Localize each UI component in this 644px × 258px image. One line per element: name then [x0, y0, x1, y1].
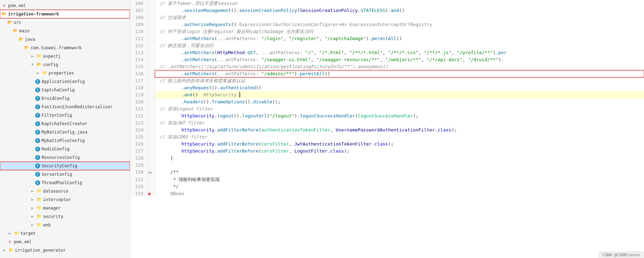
tree-item-config[interactable]: ▼ 📂 config [0, 60, 130, 69]
tree-label: properties [49, 70, 74, 77]
code-content[interactable]: .antMatchers(...antPatterns: "/admins/**… [155, 70, 644, 77]
tree-label: security [43, 213, 63, 220]
tree-item-pom-xml-bottom[interactable]: m pom.xml [0, 238, 130, 246]
code-content[interactable]: // 对于登录login 注册register 验证码captchaImage … [155, 28, 644, 35]
tree-item-properties[interactable]: ▶ 📁 properties [0, 69, 130, 77]
tree-item-pom-xml-top[interactable]: m pom.xml [0, 1, 130, 10]
code-content[interactable]: .authorizeRequests() ExpressionUrlAuthor… [155, 21, 644, 28]
folder-open-icon: 📂 [24, 45, 30, 51]
tree-item-interceptor[interactable]: ▶ 📁 interceptor [0, 195, 130, 204]
code-content[interactable]: // 过滤请求 [155, 14, 644, 21]
line-number: 114 [130, 56, 148, 63]
folder-icon: 📁 [42, 70, 48, 76]
tree-item-com-tuowei[interactable]: 📂 com.tuowei.framework [0, 44, 130, 52]
code-editor[interactable]: 106 // 基于Token，所以不需要session 107 .session… [130, 0, 644, 258]
code-content[interactable]: .headers().frameOptions().disable(); [155, 98, 644, 105]
code-content[interactable]: /** [155, 169, 644, 176]
tree-item-CaptchaConfig[interactable]: C CaptchaConfig [0, 86, 130, 94]
tree-item-DruidConfig[interactable]: C DruidConfig [0, 94, 130, 103]
code-line-123: 123 // 添加JWT filter [130, 120, 644, 127]
line-number: 122 [130, 112, 148, 120]
folder-open-icon: 📂 [18, 37, 24, 42]
tree-item-aspectj[interactable]: ▶ 📁 aspectj [0, 52, 130, 60]
code-content[interactable]: .sessionManagement().sessionCreationPoli… [155, 7, 644, 14]
gutter [148, 148, 155, 155]
tree-label: manager [43, 205, 61, 212]
code-content[interactable]: .antMatchers(...antPatterns: "/swagger-u… [155, 56, 644, 63]
code-table: 106 // 基于Token，所以不需要session 107 .session… [130, 0, 644, 197]
java-icon: C [35, 121, 40, 126]
java-icon: C [35, 163, 40, 168]
code-content[interactable]: * 强散列哈希加密实现 [155, 176, 644, 183]
tree-item-irrigation-generator[interactable]: ▶ 📁 irrigation_generator [0, 246, 130, 254]
tree-item-MyBatisConfig[interactable]: C MyBatisConfig.java [0, 128, 130, 136]
tree-label: main [19, 27, 30, 34]
code-content[interactable]: httpSecurity.addFilterBefore(authenticat… [155, 127, 644, 134]
tree-item-ResourcesConfig[interactable]: C ResourcesConfig [0, 153, 130, 162]
tree-label: java [25, 36, 35, 43]
code-content[interactable]: // 添加JWT filter [155, 120, 644, 127]
tree-item-ThreadPoolConfig[interactable]: C ThreadPoolConfig [0, 179, 130, 187]
tree-item-KaptchaTextCreator[interactable]: C KaptchaTextCreator [0, 120, 130, 128]
gutter [148, 70, 155, 77]
tree-item-MybatisPlusConfig[interactable]: C MybatisPlusConfig [0, 136, 130, 145]
code-content[interactable]: // 除上面外的所有请求全都需要鉴权认证 [155, 77, 644, 84]
code-line-119: 119 .and() HttpSecurity [130, 91, 644, 98]
folder-icon: 📁 [36, 214, 42, 219]
line-number: 126 [130, 141, 148, 148]
folder-arrow-icon: ▶ [7, 231, 13, 236]
tree-label: MybatisPlusConfig [42, 137, 85, 144]
code-content[interactable]: .anyRequest().authenticated() [155, 84, 644, 91]
tree-item-main[interactable]: 📂 main [0, 27, 130, 35]
code-content[interactable] [155, 162, 644, 169]
tree-label: irrigation_generator [15, 247, 66, 254]
folder-arrow-icon: ▼ [30, 62, 35, 67]
file-tree[interactable]: m pom.xml 📂 irrigation-framework 📂 src 📂… [0, 0, 130, 258]
tree-item-manager[interactable]: ▶ 📁 manager [0, 204, 130, 212]
gutter [148, 84, 155, 91]
tree-item-irrigation-framework[interactable]: 📂 irrigation-framework [0, 10, 130, 18]
code-content[interactable]: httpSecurity.addFilterBefore(corsFilter,… [155, 141, 644, 148]
code-content[interactable]: .antMatchers(...antPatterns: "/login", "… [155, 35, 644, 42]
tree-item-FilterConfig[interactable]: C FilterConfig [0, 111, 130, 120]
line-number: 116 [130, 70, 148, 77]
java-icon: C [35, 96, 40, 101]
tree-item-ServerConfig[interactable]: C ServerConfig [0, 170, 130, 179]
tree-item-java[interactable]: 📂 java [0, 35, 130, 44]
folder-open-icon: 📂 [13, 28, 18, 34]
tree-item-RedisConfig[interactable]: C RedisConfig [0, 145, 130, 153]
gutter [148, 127, 155, 134]
code-content[interactable]: } [155, 155, 644, 162]
code-line-130: 130 ≡► /** [130, 169, 644, 176]
code-content[interactable]: // 静态资源，可匿名访问 [155, 42, 644, 49]
code-content[interactable]: // 添加CORS filter [155, 134, 644, 141]
folder-icon: 📁 [8, 247, 14, 253]
folder-arrow-icon: ▶ [35, 70, 41, 76]
code-content[interactable]: */ [155, 183, 644, 190]
folder-icon: 📁 [36, 53, 42, 59]
tree-item-SecurityConfig[interactable]: C SecurityConfig [0, 162, 130, 170]
gutter [148, 56, 155, 63]
gutter [148, 14, 155, 21]
java-icon: C [35, 155, 40, 160]
tree-item-target[interactable]: ▶ 📁 target [0, 229, 130, 238]
tree-item-FastJson2JsonRedisSerializer[interactable]: C FastJson2JsonRedisSerializer [0, 103, 130, 111]
line-number: 115 [130, 63, 148, 70]
tree-item-security[interactable]: ▶ 📁 security [0, 212, 130, 221]
code-line-109: 109 .authorizeRequests() ExpressionUrlAu… [130, 21, 644, 28]
tree-item-ApplicationConfig[interactable]: C ApplicationConfig [0, 77, 130, 86]
code-content[interactable]: .antMatchers(HttpMethod.GET, ...antPatte… [155, 49, 644, 56]
tree-item-src[interactable]: 📂 src [0, 18, 130, 27]
gutter [148, 134, 155, 141]
code-content[interactable]: httpSecurity.addFilterBefore(corsFilter,… [155, 148, 644, 155]
tree-item-web[interactable]: ▶ 📁 web [0, 221, 130, 229]
code-content[interactable]: // 基于Token，所以不需要session [155, 0, 644, 7]
tree-item-datasource[interactable]: ▶ 📁 datasource [0, 187, 130, 195]
code-content[interactable]: @Bean [155, 190, 644, 197]
code-content[interactable]: // 添加Logout filter [155, 105, 644, 112]
gutter [148, 120, 155, 127]
code-line-127: 127 httpSecurity.addFilterBefore(corsFil… [130, 148, 644, 155]
code-content[interactable]: .and() HttpSecurity [155, 91, 644, 98]
code-content[interactable]: // .antMatchers("/aiplatform/identificat… [155, 63, 644, 70]
code-content[interactable]: httpSecurity.logout().logoutUrl("/logout… [155, 112, 644, 120]
